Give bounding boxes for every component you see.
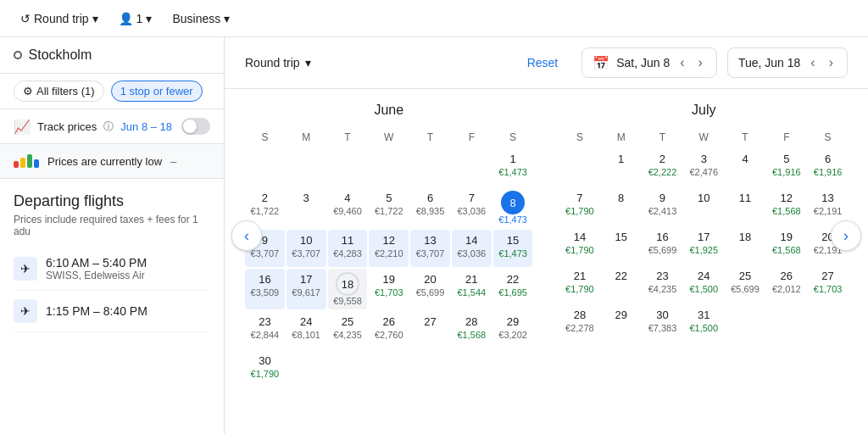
cal-day-num: 4 — [344, 191, 350, 206]
calendar-cell[interactable]: 16€3,509 — [245, 269, 285, 309]
cal-day-num: 7 — [576, 191, 582, 206]
returning-prev-arrow[interactable]: ‹ — [807, 53, 818, 72]
calendar-cell[interactable]: 3€2,476 — [684, 148, 724, 186]
flight-card-2[interactable]: ✈ 1:15 PM – 8:40 PM — [14, 291, 210, 332]
calendars-body: June SMTWTFS1€1,4732€1,72234€9,4605€1,72… — [225, 89, 868, 434]
flight-airline-1: SWISS, Edelweiss Air — [46, 270, 210, 281]
calendar-cell[interactable]: 30€1,790 — [245, 350, 285, 387]
departing-prev-arrow[interactable]: ‹ — [676, 53, 687, 72]
calendar-cell[interactable]: 3 — [287, 187, 326, 228]
calendar-cell[interactable]: 8 — [601, 187, 641, 225]
cal-price: €1,473 — [498, 248, 527, 259]
calendar-cell[interactable]: 29 — [601, 304, 641, 342]
calendar-prev-button[interactable]: ‹ — [231, 220, 262, 251]
calendar-cell[interactable]: 31€1,500 — [684, 304, 724, 342]
calendar-cell[interactable]: 6€1,916 — [808, 148, 848, 186]
cal-price: €3,036 — [457, 206, 486, 217]
stop-filter-button[interactable]: 1 stop or fewer — [111, 81, 203, 102]
calendar-cell[interactable]: 25€4,235 — [328, 311, 368, 348]
search-box — [0, 37, 224, 74]
calendar-cell[interactable]: 10€3,707 — [287, 230, 326, 267]
calendar-cell[interactable]: 7€3,036 — [452, 187, 492, 228]
flight-card-1[interactable]: ✈ 6:10 AM – 5:40 PM SWISS, Edelweiss Air — [14, 248, 210, 291]
calendar-cell[interactable]: 27 — [410, 311, 450, 348]
calendar-cell[interactable]: 23€4,235 — [643, 265, 682, 303]
returning-next-arrow[interactable]: › — [826, 53, 837, 72]
calendar-cell[interactable]: 27€1,703 — [808, 265, 848, 303]
returning-date-label: Tue, Jun 18 — [738, 56, 800, 70]
calendar-trip-label: Round trip — [245, 56, 300, 70]
calendar-cell[interactable]: 15€1,473 — [493, 230, 533, 267]
cal-price: €2,413 — [648, 206, 677, 217]
calendar-cell[interactable]: 23€2,844 — [245, 311, 285, 348]
calendar-cell[interactable]: 26€2,012 — [766, 265, 806, 303]
calendar-cell[interactable]: 12€1,568 — [766, 187, 806, 225]
cal-price: €2,844 — [251, 330, 280, 341]
calendar-trip-chevron: ▾ — [305, 56, 311, 70]
cal-price: €2,191 — [814, 206, 843, 217]
calendar-cell[interactable]: 7€1,790 — [560, 187, 600, 225]
track-prices-toggle[interactable] — [181, 118, 210, 135]
cal-price: €1,568 — [772, 206, 801, 217]
calendar-cell[interactable]: 21€1,790 — [560, 265, 600, 303]
calendar-cell[interactable]: 26€2,760 — [369, 311, 409, 348]
calendar-cell[interactable]: 8€1,473 — [493, 187, 533, 228]
cal-day-num: 16 — [259, 272, 270, 287]
calendar-cell[interactable]: 22€1,695 — [493, 269, 533, 309]
calendar-cell[interactable]: 6€8,935 — [410, 187, 450, 228]
departing-next-arrow[interactable]: › — [695, 53, 706, 72]
calendar-cell[interactable]: 19€1,568 — [766, 226, 806, 264]
calendar-cell[interactable]: 12€2,210 — [369, 230, 409, 267]
calendar-cell[interactable]: 5€1,916 — [766, 148, 806, 186]
cal-price: €4,235 — [648, 284, 677, 295]
calendar-cell[interactable]: 22 — [601, 265, 641, 303]
calendar-cell[interactable]: 20€5,699 — [410, 269, 450, 309]
cal-price: €1,703 — [814, 284, 843, 295]
calendar-cell[interactable]: 25€5,699 — [726, 265, 765, 303]
calendar-cell[interactable]: 16€5,699 — [643, 226, 682, 264]
calendar-cell[interactable]: 18 — [726, 226, 765, 264]
calendar-cell[interactable]: 15 — [601, 226, 641, 264]
all-filters-button[interactable]: ⚙ All filters (1) — [14, 81, 104, 102]
search-input[interactable] — [29, 47, 210, 63]
calendar-cell[interactable]: 11 — [726, 187, 765, 225]
cal-price: €4,235 — [333, 330, 362, 341]
calendar-cell[interactable]: 17€1,925 — [684, 226, 724, 264]
calendar-cell[interactable]: 28€2,278 — [560, 304, 600, 342]
calendar-cell[interactable]: 5€1,722 — [369, 187, 409, 228]
cal-day-num: 18 — [739, 230, 751, 245]
passengers-selector[interactable]: 👤 1 ▾ — [112, 8, 159, 29]
calendar-cell[interactable]: 30€7,383 — [643, 304, 682, 342]
cal-day-num: 6 — [427, 191, 433, 206]
calendar-cell[interactable]: 4€9,460 — [328, 187, 368, 228]
calendar-cell[interactable]: 1€1,473 — [493, 148, 533, 186]
calendar-cell[interactable]: 19€1,703 — [369, 269, 409, 309]
calendar-cell[interactable]: 14€1,790 — [560, 226, 600, 264]
filter-label: All filters (1) — [36, 85, 95, 97]
calendar-cell[interactable]: 21€1,544 — [452, 269, 492, 309]
calendar-cell[interactable]: 18€9,558 — [328, 269, 368, 309]
calendar-cell[interactable]: 24€8,101 — [287, 311, 326, 348]
cal-day-num: 16 — [656, 230, 668, 245]
cal-price: €2,210 — [375, 248, 403, 259]
calendar-cell[interactable]: 9€2,413 — [643, 187, 682, 225]
cabin-selector[interactable]: Business ▾ — [165, 8, 236, 29]
calendar-cell[interactable]: 13€2,191 — [808, 187, 848, 225]
calendar-cell[interactable]: 24€1,500 — [684, 265, 724, 303]
calendar-next-button[interactable]: › — [831, 220, 861, 251]
calendar-cell[interactable]: 10 — [684, 187, 724, 225]
reset-button[interactable]: Reset — [527, 56, 559, 70]
calendar-cell[interactable]: 14€3,036 — [452, 230, 492, 267]
calendar-cell[interactable]: 17€9,617 — [287, 269, 326, 309]
cal-day-num: 25 — [739, 269, 751, 284]
calendar-cell[interactable]: 13€3,707 — [410, 230, 450, 267]
calendar-cell[interactable]: 11€4,283 — [328, 230, 368, 267]
calendar-cell[interactable]: 2€2,222 — [643, 148, 682, 186]
calendar-cell[interactable]: 4 — [726, 148, 765, 186]
cal-price: €9,617 — [292, 287, 320, 298]
calendar-cell[interactable]: 28€1,568 — [452, 311, 492, 348]
calendar-cell[interactable]: 1 — [601, 148, 641, 186]
calendar-trip-type[interactable]: Round trip ▾ — [245, 56, 311, 70]
calendar-cell[interactable]: 29€3,202 — [493, 311, 533, 348]
trip-type-selector[interactable]: ↺ Round trip ▾ — [14, 8, 105, 29]
